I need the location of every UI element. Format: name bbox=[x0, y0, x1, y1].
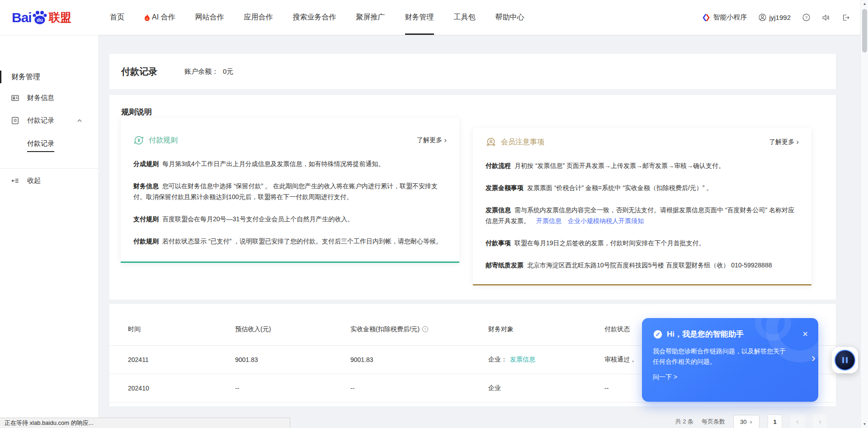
nav-item-app-cooperation[interactable]: 应用合作 bbox=[244, 0, 273, 35]
rule-item: 付款事项联盟在每月19日之后签收的发票，付款时间安排在下个月首批支付。 bbox=[486, 238, 799, 248]
rule-item: 分成规则每月第3或4个工作日产出上月分成信息及发票信息，如有特殊情况将提前通知。 bbox=[133, 158, 447, 169]
member-notes-card: 会员注意事项 了解更多› 付款流程月初按 “发票信息” 页面开具发票→上传发票→… bbox=[473, 128, 811, 285]
vertical-scrollbar[interactable]: ▲ ▼ bbox=[860, 0, 868, 428]
popup-next-arrow-icon[interactable]: › bbox=[811, 351, 816, 365]
nav-item-finance-management[interactable]: 财务管理 bbox=[405, 0, 434, 35]
total-count: 共 2 条 bbox=[675, 418, 693, 426]
page-header: 付款记录 账户余额：0元 bbox=[109, 54, 836, 89]
col-header-finance-target: 财务对象 bbox=[488, 325, 604, 333]
nav-right-utilities: 智能小程序 jyj1992 ? bbox=[702, 13, 850, 22]
cell-received: -- bbox=[350, 385, 488, 392]
top-navigation: Bai du 联盟 首页 AI 合作 网站合作 应用合作 搜索 bbox=[0, 0, 868, 35]
scroll-down-arrow[interactable]: ▼ bbox=[861, 420, 868, 428]
mini-program-link[interactable]: 智能小程序 bbox=[702, 13, 747, 22]
baidu-union-logo[interactable]: Bai du 联盟 bbox=[12, 10, 109, 25]
user-icon bbox=[759, 14, 766, 21]
nav-item-website-cooperation[interactable]: 网站合作 bbox=[195, 0, 224, 35]
rule-item: 付款流程月初按 “发票信息” 页面开具发票→上传发票→邮寄发票→审核→确认支付。 bbox=[486, 160, 799, 171]
assistant-greeting: Hi，我是您的智能助手 bbox=[667, 329, 744, 339]
page-title: 付款记录 bbox=[121, 66, 157, 78]
nav-item-screen-promotion[interactable]: 聚屏推广 bbox=[356, 0, 385, 35]
close-icon[interactable]: ✕ bbox=[802, 330, 808, 338]
scrollbar-thumb[interactable] bbox=[862, 9, 867, 52]
prev-page-button[interactable]: ‹ bbox=[790, 414, 805, 428]
compass-icon bbox=[653, 329, 663, 339]
payment-rules-card: ¥ 付款规则 了解更多› 分成规则每月第3或4个工作日产出上月分成信息及发票信息… bbox=[121, 118, 459, 263]
cell-estimated: 9001.83 bbox=[235, 356, 350, 363]
col-header-received-amount: 实收金额(扣除税费后/元) ? bbox=[350, 325, 488, 333]
pagination: 共 2 条 每页条数 30 ∨ 1 ‹ › bbox=[675, 414, 827, 428]
sidebar-collapse-button[interactable]: 收起 bbox=[0, 176, 98, 185]
sidebar-section-finance-management[interactable]: 财务管理 bbox=[0, 70, 98, 84]
col-header-time: 时间 bbox=[128, 325, 235, 333]
svg-text:?: ? bbox=[425, 327, 427, 331]
logo-text-union: 联盟 bbox=[49, 10, 71, 25]
primary-nav: 首页 AI 合作 网站合作 应用合作 搜索业务合作 聚屏推广 财务管理 工具包 … bbox=[110, 0, 524, 35]
member-notes-card-header: 会员注意事项 了解更多› bbox=[486, 137, 799, 147]
member-notes-title: 会员注意事项 bbox=[501, 138, 544, 147]
assistant-popup: Hi，我是您的智能助手 ✕ 我会帮助您诊断合作链路问题，以及解答您关于任何合作相… bbox=[642, 318, 818, 402]
payment-rules-card-header: ¥ 付款规则 了解更多› bbox=[133, 135, 447, 146]
cell-time: 202410 bbox=[128, 385, 235, 392]
nav-item-ai-cooperation[interactable]: AI 合作 bbox=[144, 0, 175, 35]
coin-yuan-icon: ¥ bbox=[133, 135, 144, 146]
per-page-select[interactable]: 30 ∨ bbox=[733, 415, 760, 428]
sound-icon[interactable] bbox=[822, 14, 830, 22]
rules-section-title: 规则说明 bbox=[121, 107, 152, 117]
cell-received: 9001.83 bbox=[350, 356, 488, 363]
nav-item-home[interactable]: 首页 bbox=[110, 0, 124, 35]
member-notes-body: 付款流程月初按 “发票信息” 页面开具发票→上传发票→邮寄发票→审核→确认支付。… bbox=[486, 160, 799, 271]
balance-value: 0元 bbox=[223, 67, 233, 75]
nav-item-toolkit[interactable]: 工具包 bbox=[454, 0, 476, 35]
next-page-button[interactable]: › bbox=[813, 414, 827, 428]
member-notice-icon bbox=[486, 137, 496, 147]
flame-icon bbox=[144, 14, 150, 21]
payment-rules-title: 付款规则 bbox=[149, 136, 178, 145]
chevron-up-icon[interactable] bbox=[76, 118, 83, 124]
invoice-info-table-link[interactable]: 发票信息 bbox=[510, 356, 535, 363]
id-card-icon bbox=[11, 94, 19, 102]
sidebar-item-finance-info[interactable]: 财务信息 bbox=[0, 94, 98, 102]
sidebar-item-payment-records[interactable]: 付款记录 bbox=[0, 116, 98, 125]
small-taxpayer-guide-link[interactable]: 企业小规模纳税人开票须知 bbox=[568, 217, 644, 224]
cell-estimated: -- bbox=[235, 385, 350, 392]
rule-item: 支付规则百度联盟会在每月20号—31号支付企业会员上个自然月产生的收入。 bbox=[133, 214, 447, 224]
account-balance: 账户余额：0元 bbox=[184, 67, 233, 76]
user-account[interactable]: jyj1992 bbox=[759, 14, 791, 21]
paw-icon: du bbox=[32, 10, 48, 25]
rule-item: 发票信息需与系统内发票信息内容完全一致，否则无法支付。请根据发票信息页面中 “百… bbox=[486, 204, 799, 226]
certificate-icon bbox=[11, 116, 19, 125]
nav-item-search-business[interactable]: 搜索业务合作 bbox=[293, 0, 336, 35]
cell-time: 202411 bbox=[128, 356, 235, 363]
browser-status-bar: 正在等待 xlab.baidu.com 的响应... bbox=[0, 418, 290, 428]
assistant-pause-icon bbox=[835, 350, 855, 371]
logo-text-bai: Bai bbox=[12, 10, 32, 25]
payment-rules-more-link[interactable]: 了解更多› bbox=[417, 136, 447, 144]
scroll-up-arrow[interactable]: ▲ bbox=[861, 0, 868, 8]
rule-item: 发票金额事项发票票面 “价税合计” 金额=系统中 “实收金额（扣除税费后/元）”… bbox=[486, 182, 799, 193]
assistant-message: 我会帮助您诊断合作链路问题，以及解答您关于任何合作相关的问题。 bbox=[642, 339, 803, 367]
page-number-1[interactable]: 1 bbox=[768, 414, 782, 428]
chevron-down-icon: ∨ bbox=[750, 419, 753, 424]
assistant-avatar-button[interactable] bbox=[832, 347, 858, 373]
logout-icon[interactable] bbox=[842, 14, 850, 22]
help-icon[interactable]: ? bbox=[802, 14, 810, 21]
cell-finance-target: 企业：发票信息 bbox=[488, 356, 604, 364]
mini-program-icon bbox=[702, 14, 710, 22]
invoice-info-link[interactable]: 开票信息 bbox=[536, 217, 561, 224]
payment-rules-body: 分成规则每月第3或4个工作日产出上月分成信息及发票信息，如有特殊情况将提前通知。… bbox=[133, 158, 447, 247]
col-header-estimated-income: 预估收入(元) bbox=[235, 325, 350, 333]
sidebar-divider bbox=[0, 168, 98, 169]
collapse-icon bbox=[11, 176, 19, 185]
chevron-right-icon: › bbox=[796, 139, 799, 145]
ask-now-link[interactable]: 问一下 > bbox=[642, 367, 818, 381]
question-circle-icon[interactable]: ? bbox=[422, 326, 429, 333]
chevron-right-icon: › bbox=[444, 137, 447, 143]
assistant-popup-header: Hi，我是您的智能助手 ✕ bbox=[642, 318, 818, 339]
sidebar: 财务管理 财务信息 付款记录 付款记录 bbox=[0, 35, 98, 428]
nav-item-help-center[interactable]: 帮助中心 bbox=[495, 0, 524, 35]
sidebar-subitem-payment-records[interactable]: 付款记录 bbox=[27, 139, 54, 152]
rules-section: 规则说明 ¥ 付款规则 了解更多› 分成规则每月第3或4个工作日产出上月分成信息… bbox=[109, 95, 836, 300]
member-notes-more-link[interactable]: 了解更多› bbox=[769, 138, 799, 146]
rule-item: 财务信息您可以在财务信息中选择 “保留付款” 。 在此期间您产生的收入将在账户内… bbox=[133, 181, 447, 202]
